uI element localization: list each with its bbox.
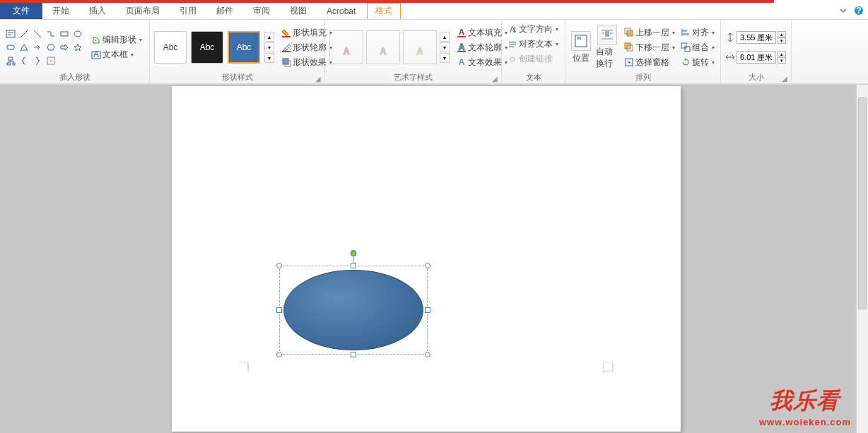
tab-mailings[interactable]: 邮件 [206,3,243,19]
document-canvas[interactable] [0,85,868,433]
text-fill-button[interactable]: A文本填充▾ [455,26,509,40]
abc-label: Abc [237,42,252,52]
shape-hex-icon[interactable] [45,41,57,54]
tab-layout[interactable]: 页面布局 [116,3,170,19]
shape-rect-icon[interactable] [58,28,71,40]
group-text: A文字方向▾ 对齐文本▾ 创建链接 文本 [502,20,565,83]
resize-handle-nw[interactable] [276,263,282,268]
page[interactable] [172,86,681,432]
selected-shape[interactable] [279,266,428,355]
bring-forward-button[interactable]: 上移一层▾ [623,26,676,40]
svg-rect-2 [6,30,15,37]
svg-line-6 [34,30,41,37]
shape-brace-icon[interactable] [18,54,30,67]
shape-oval-icon[interactable] [71,28,84,40]
watermark-url: www.woleken.com [759,417,851,427]
dialog-launcher-icon[interactable]: ◢ [315,75,322,82]
resize-handle-e[interactable] [425,307,430,313]
wordart-swatch-1[interactable]: A [329,30,363,64]
height-input[interactable] [737,31,776,44]
shape-connector-icon[interactable] [45,28,57,40]
edit-shape-button[interactable]: 编辑形状▾ [90,33,143,47]
align-button[interactable]: 对齐▾ [679,26,716,40]
resize-handle-sw[interactable] [276,352,282,357]
gallery-more-icon[interactable]: ▾ [440,53,450,63]
tab-insert[interactable]: 插入 [79,3,116,19]
group-button[interactable]: 组合▾ [679,41,716,54]
align-text-button[interactable]: 对齐文本▾ [506,37,560,51]
style-swatch-2[interactable]: Abc [191,31,223,64]
send-backward-button[interactable]: 下移一层▾ [623,41,676,54]
margin-mark-right [603,362,614,373]
text-box-button[interactable]: A 文本框▾ [90,48,143,61]
svg-rect-31 [577,37,581,40]
style-swatch-3-selected[interactable]: Abc [228,31,260,64]
tab-home[interactable]: 开始 [42,3,79,19]
shape-blockarrow-icon[interactable] [58,41,71,54]
resize-handle-n[interactable] [351,263,356,268]
style-swatch-1[interactable]: Abc [154,31,187,64]
resize-handle-se[interactable] [425,352,430,357]
tab-file[interactable]: 文件 [0,3,42,19]
gallery-up-icon[interactable]: ▴ [440,32,450,42]
text-effects-button[interactable]: A文本效果▾ [455,56,509,69]
label: 创建链接 [519,53,553,65]
gallery-down-icon[interactable]: ▾ [264,42,274,52]
shape-line-icon[interactable] [18,28,30,40]
pen-icon [281,42,291,52]
shape-gallery[interactable] [4,28,84,67]
vertical-scrollbar[interactable] [856,85,868,433]
gallery-more-icon[interactable]: ▾ [264,53,274,63]
rotate-button[interactable]: 旋转▾ [679,56,716,69]
spin-down[interactable]: ▾ [778,57,786,64]
tab-references[interactable]: 引用 [170,3,206,19]
dialog-launcher-icon[interactable]: ◢ [782,75,789,82]
help-icon[interactable]: ? [854,6,864,16]
group-label: 大小 [721,72,791,83]
shape-triangle-icon[interactable] [18,41,30,54]
shape-brace2-icon[interactable] [31,54,44,67]
tab-format[interactable]: 格式 [365,3,402,19]
tab-view[interactable]: 视图 [280,3,317,19]
text-outline-button[interactable]: A文本轮廓▾ [455,41,509,54]
shape-roundrect-icon[interactable] [4,41,17,54]
svg-rect-16 [283,59,288,64]
selection-pane-button[interactable]: 选择窗格 [623,56,676,69]
minimize-ribbon-icon[interactable] [838,6,848,16]
resize-handle-ne[interactable] [425,263,430,268]
spin-up[interactable]: ▴ [778,31,786,37]
tab-acrobat[interactable]: Acrobat [317,3,365,19]
ellipse-shape[interactable] [283,270,423,350]
gallery-down-icon[interactable]: ▾ [440,42,450,52]
dialog-launcher-icon[interactable]: ◢ [492,75,499,82]
shape-arrow-icon[interactable] [31,41,44,54]
spin-down[interactable]: ▾ [778,37,786,44]
wrap-text-button[interactable]: 自动换行 [596,25,619,70]
tab-review[interactable]: 审阅 [243,3,280,19]
text-outline-icon: A [457,42,467,52]
position-button[interactable]: 位置 [570,25,593,70]
label: 旋转 [692,57,709,69]
shape-style-gallery[interactable]: Abc Abc Abc ▴ ▾ ▾ [154,31,274,64]
wordart-swatch-2[interactable]: A [366,30,400,64]
scrollbar-thumb[interactable] [858,97,867,309]
wordart-swatch-3[interactable]: A [403,30,437,64]
shape-flowchart-icon[interactable] [4,54,17,67]
shape-textbox-icon[interactable] [4,28,17,40]
resize-handle-s[interactable] [351,352,356,357]
wordart-gallery[interactable]: A A A ▴ ▾ ▾ [329,30,450,64]
width-input[interactable] [737,51,776,64]
abc-label: Abc [200,42,215,52]
text-direction-button[interactable]: A文字方向▾ [506,23,560,36]
shape-star-icon[interactable] [71,41,84,54]
text-fill-icon: A [457,28,467,37]
spin-up[interactable]: ▴ [778,51,786,57]
gallery-more-icon[interactable] [45,54,57,67]
resize-handle-w[interactable] [276,307,282,313]
gallery-up-icon[interactable]: ▴ [264,32,274,42]
shape-line2-icon[interactable] [31,28,44,40]
watermark-main: 我乐看 [759,386,851,417]
label: 形状轮廓 [293,42,327,54]
position-icon [571,31,591,51]
svg-rect-39 [625,43,631,49]
